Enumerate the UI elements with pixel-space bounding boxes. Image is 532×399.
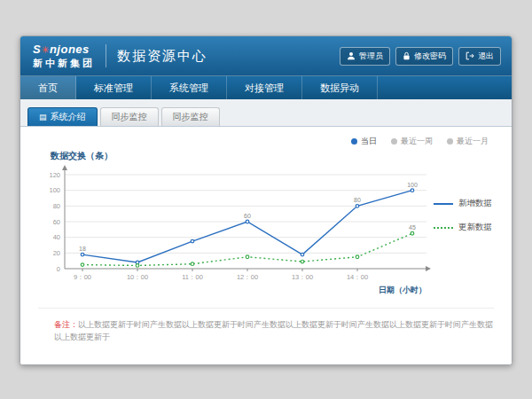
filter-last-week-label: 最近一周 — [401, 136, 433, 147]
filter-last-week-dot-icon — [391, 138, 397, 145]
svg-text:45: 45 — [409, 224, 416, 231]
filter-last-week[interactable]: 最近一周 — [391, 136, 433, 147]
legend-item-updated-data-label: 更新数据 — [458, 222, 492, 233]
logo-subtitle: 新中新集团 — [33, 58, 95, 68]
svg-text:9：00: 9：00 — [74, 273, 91, 281]
svg-text:80: 80 — [53, 202, 60, 210]
svg-text:60: 60 — [53, 218, 60, 226]
main-nav: 首页 标准管理 系统管理 对接管理 数据异动 — [20, 75, 512, 99]
app-window: S✳njones 新中新集团 数据资源中心 管理员 修改密码 退出 首页 标准管… — [20, 35, 512, 365]
admin-button[interactable]: 管理员 — [340, 47, 390, 66]
logo-brand: S✳njones — [33, 43, 95, 56]
nav-item-system[interactable]: 系统管理 — [152, 76, 227, 99]
line-chart: 0204060801001209：0010：0011：0012：0013：001… — [33, 164, 434, 301]
footnote: 备注：以上数据更新于时间产生数据以上数据更新于时间产生数据以上数据更新于时间产生… — [38, 308, 494, 343]
tab-sync-monitor-1-label: 同步监控 — [112, 111, 147, 123]
lock-icon — [403, 51, 411, 60]
tab-sync-monitor-2[interactable]: 同步监控 — [161, 107, 220, 126]
series-legend: 新增数据 更新数据 — [434, 164, 510, 301]
svg-text:14：00: 14：00 — [347, 273, 368, 281]
svg-text:100: 100 — [49, 186, 60, 194]
chart-row: 0204060801001209：0010：0011：0012：0013：001… — [20, 164, 512, 301]
svg-text:10：00: 10：00 — [127, 273, 148, 281]
footnote-text: 以上数据更新于时间产生数据以上数据更新于时间产生数据以上数据更新于时间产生数据以… — [54, 320, 493, 341]
logout-icon — [466, 51, 474, 60]
nav-item-standards[interactable]: 标准管理 — [76, 76, 152, 99]
logout-button-label: 退出 — [478, 51, 494, 62]
header-divider — [106, 44, 106, 67]
dotted-line-icon — [434, 227, 453, 229]
change-password-button-label: 修改密码 — [414, 51, 446, 62]
svg-text:60: 60 — [244, 213, 251, 219]
change-password-button[interactable]: 修改密码 — [395, 47, 453, 66]
solid-line-icon — [434, 203, 453, 205]
svg-text:11：00: 11：00 — [182, 273, 203, 281]
logout-button[interactable]: 退出 — [458, 47, 501, 66]
filter-today-dot-icon — [351, 138, 357, 145]
page-title: 数据资源中心 — [117, 48, 207, 65]
app-header: S✳njones 新中新集团 数据资源中心 管理员 修改密码 退出 — [20, 36, 512, 75]
filter-last-month-dot-icon — [447, 138, 453, 145]
grid-icon: ▤ — [39, 113, 47, 121]
footnote-label: 备注： — [54, 320, 78, 329]
svg-text:18: 18 — [79, 246, 86, 252]
svg-text:13：00: 13：00 — [292, 273, 313, 281]
nav-item-integration[interactable]: 对接管理 — [227, 76, 302, 99]
tab-system-intro-label: 系统介绍 — [51, 111, 86, 123]
logo[interactable]: S✳njones 新中新集团 — [33, 43, 95, 67]
logo-star-icon: ✳ — [41, 44, 50, 55]
logo-brand-text-rest: njones — [50, 43, 90, 56]
svg-text:100: 100 — [407, 182, 418, 188]
admin-button-label: 管理员 — [359, 51, 383, 62]
svg-text:20: 20 — [53, 249, 60, 257]
filter-last-month[interactable]: 最近一月 — [447, 136, 489, 147]
legend-item-new-data: 新增数据 — [434, 198, 510, 209]
filter-today-label: 当日 — [361, 136, 377, 147]
tab-strip: ▤ 系统介绍 同步监控 同步监控 — [20, 99, 512, 126]
content-area: ▤ 系统介绍 同步监控 同步监控 当日 最近一周 — [20, 99, 512, 364]
svg-text:40: 40 — [53, 233, 60, 241]
svg-text:12：00: 12：00 — [237, 273, 258, 281]
chart-panel: 当日 最近一周 最近一月 数据交换（条） 0204060801001209：00… — [20, 126, 512, 364]
logo-brand-text: S — [33, 43, 41, 56]
nav-item-data-changes[interactable]: 数据异动 — [302, 76, 378, 99]
nav-item-home[interactable]: 首页 — [20, 76, 76, 99]
legend-item-updated-data: 更新数据 — [434, 222, 510, 233]
user-icon — [347, 51, 356, 60]
svg-text:120: 120 — [49, 171, 60, 179]
time-filter-group: 当日 最近一周 最近一月 — [20, 127, 512, 147]
filter-last-month-label: 最近一月 — [457, 136, 489, 147]
tab-sync-monitor-1[interactable]: 同步监控 — [100, 107, 159, 126]
tab-system-intro[interactable]: ▤ 系统介绍 — [27, 107, 98, 126]
svg-text:80: 80 — [354, 197, 361, 203]
filter-today[interactable]: 当日 — [351, 136, 377, 147]
header-actions: 管理员 修改密码 退出 — [340, 47, 501, 66]
legend-item-new-data-label: 新增数据 — [458, 198, 492, 209]
y-axis-title: 数据交换（条） — [20, 147, 512, 164]
tab-sync-monitor-2-label: 同步监控 — [173, 111, 208, 123]
svg-text:0: 0 — [57, 265, 60, 273]
svg-text:日期（小时）: 日期（小时） — [379, 286, 426, 294]
